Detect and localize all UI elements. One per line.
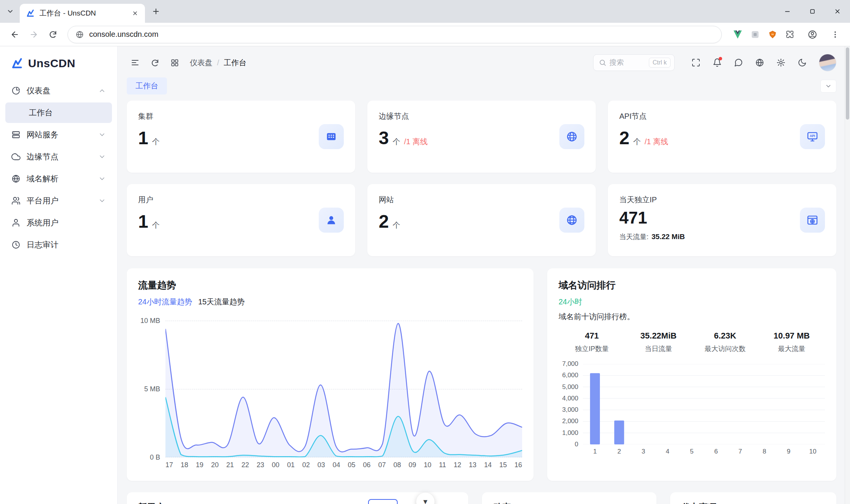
forward-button[interactable] (25, 26, 42, 43)
stat-unit: 个 (633, 137, 641, 147)
browser-menu-icon[interactable] (826, 26, 844, 43)
window-minimize-button[interactable] (775, 0, 800, 23)
svg-text:API: API (810, 134, 815, 138)
search-shortcut-badge: Ctrl k (649, 58, 671, 68)
search-icon (599, 59, 606, 66)
apps-grid-icon[interactable] (166, 54, 183, 71)
tabs-collapse-button[interactable] (820, 80, 836, 93)
reload-button[interactable] (44, 26, 61, 43)
chevron-up-icon (98, 87, 106, 94)
x-tick-label: 12 (454, 461, 461, 469)
api-node-icon: API (800, 124, 825, 149)
stat-title: 集群 (138, 111, 344, 121)
stat-card-api-nodes: API节点 2 个 /1 离线 API (608, 101, 836, 173)
sidebar-item-platform-users[interactable]: 平台用户 (5, 190, 112, 212)
stat-card-cluster: 集群 1 个 (127, 101, 355, 173)
x-tick-label: 04 (333, 461, 340, 469)
stat-sub-label: 当天流量: (619, 232, 649, 241)
stat-card-edge-nodes: 边缘节点 3 个 /1 离线 (367, 101, 596, 173)
extensions-area (728, 29, 800, 40)
scrollbar-thumb[interactable] (846, 47, 849, 120)
sidebar-item-audit-log[interactable]: 日志审计 (5, 234, 112, 256)
sidebar-item-workbench[interactable]: 工作台 (5, 102, 112, 123)
url-input[interactable] (89, 30, 714, 39)
user-avatar[interactable] (819, 54, 836, 71)
stat-unit: 个 (152, 220, 160, 230)
ranking-x-labels: 12345678910 (583, 448, 825, 455)
site-info-icon[interactable] (76, 30, 84, 39)
logo-icon (11, 57, 24, 70)
chevron-down-icon (98, 153, 106, 161)
page-tabs-bar: 工作台 (127, 77, 836, 94)
x-tick-label: 15 (499, 461, 507, 469)
page-scrollbar[interactable] (845, 46, 850, 504)
address-bar[interactable] (68, 26, 722, 43)
breadcrumb-separator: / (217, 58, 219, 67)
x-tick-label: 21 (226, 461, 234, 469)
sidebar-item-website-services[interactable]: 网站服务 (5, 124, 112, 146)
tab-close-icon[interactable] (130, 8, 140, 19)
ranking-period[interactable]: 24小时 (559, 297, 825, 307)
x-tick-label: 00 (272, 461, 279, 469)
browser-toolbar (0, 23, 850, 46)
browser-tab[interactable]: 工作台 - UnsCDN (20, 4, 145, 23)
sidebar-item-system-users[interactable]: 系统用户 (5, 212, 112, 234)
window-close-button[interactable] (825, 0, 850, 23)
traffic-tab-15d[interactable]: 15天流量趋势 (198, 297, 244, 307)
x-tick-label: 3 (631, 448, 656, 455)
sidebar-item-label: 网站服务 (27, 129, 58, 140)
traffic-trend-card: 流量趋势 24小时流量趋势 15天流量趋势 10 MB 5 MB 0 B (127, 268, 534, 481)
y-tick-label: 0 B (150, 454, 160, 461)
dark-mode-moon-icon[interactable] (793, 54, 811, 72)
extensions-puzzle-icon[interactable] (785, 29, 795, 40)
sidebar-item-dashboard[interactable]: 仪表盘 (5, 80, 112, 102)
language-globe-icon[interactable] (751, 54, 769, 72)
fullscreen-icon[interactable] (687, 54, 705, 72)
logo-text: UnsCDN (28, 57, 76, 70)
y-tick-label: 2,000 (562, 417, 578, 425)
extension-generic-icon[interactable] (750, 29, 760, 40)
stat-label: 最大访问次数 (692, 344, 759, 353)
sidebar: UnsCDN 仪表盘 工作台 网站服务 (0, 46, 118, 504)
breadcrumb-parent[interactable]: 仪表盘 (190, 58, 212, 68)
server-stack-icon (11, 130, 20, 139)
x-tick-label: 07 (378, 461, 386, 469)
vue-devtools-icon[interactable] (732, 29, 743, 40)
y-tick-label: 6,000 (562, 372, 578, 379)
browser-profile-icon[interactable] (804, 26, 821, 43)
browser-actions (801, 26, 844, 43)
refresh-page-icon[interactable] (146, 54, 163, 71)
stat-label: 最大流量 (759, 344, 825, 353)
window-maximize-button[interactable] (800, 0, 825, 23)
sidebar-item-edge-nodes[interactable]: 边缘节点 (5, 146, 112, 168)
stat-unit: 个 (393, 220, 400, 230)
back-button[interactable] (6, 26, 24, 43)
traffic-chart: 10 MB 5 MB 0 B 1718192021222300010203040… (138, 321, 522, 469)
partial-button[interactable] (368, 499, 398, 504)
app-logo[interactable]: UnsCDN (5, 46, 112, 80)
sidebar-item-dns[interactable]: 域名解析 (5, 168, 112, 190)
stat-value: 2 (379, 212, 389, 232)
metamask-icon[interactable] (767, 29, 778, 40)
settings-gear-icon[interactable] (772, 54, 790, 72)
collapse-sidebar-icon[interactable] (127, 54, 143, 71)
search-input[interactable] (609, 58, 641, 67)
x-tick-label: 20 (211, 461, 219, 469)
notifications-bell-icon[interactable] (708, 54, 726, 72)
traffic-tab-24h[interactable]: 24小时流量趋势 (138, 297, 192, 307)
page-tab-workbench[interactable]: 工作台 (127, 77, 167, 94)
tab-search-button[interactable] (4, 5, 17, 18)
user-icon (319, 208, 344, 233)
stat-title: 用户 (138, 195, 344, 205)
sidebar-item-label: 系统用户 (27, 217, 58, 228)
stat-title: API节点 (619, 111, 825, 121)
new-tab-button[interactable] (149, 4, 163, 19)
stat-value: 471 (619, 209, 647, 227)
traffic-x-labels: 1718192021222300010203040506070809101112… (165, 461, 522, 469)
x-tick-label: 06 (363, 461, 371, 469)
stat-value: 1 (138, 128, 148, 148)
global-search[interactable]: Ctrl k (593, 54, 675, 71)
x-tick-label: 03 (317, 461, 325, 469)
x-tick-label: 19 (196, 461, 203, 469)
feedback-chat-icon[interactable] (729, 54, 748, 72)
